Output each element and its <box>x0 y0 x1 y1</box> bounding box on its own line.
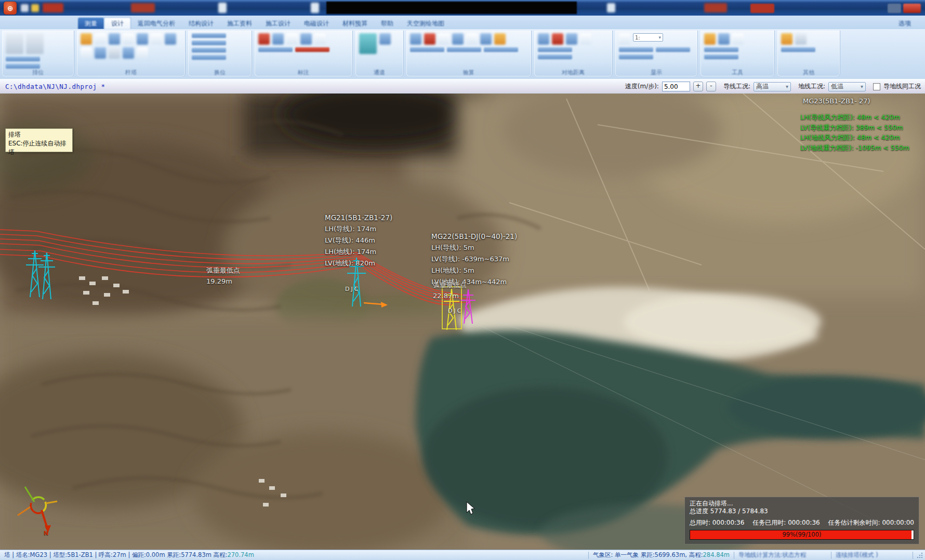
ribbon-tool-icon[interactable] <box>81 33 92 45</box>
ribbon-tool-icon[interactable] <box>566 33 577 45</box>
ribbon-group-label: 标注 <box>255 69 352 76</box>
conductor-condition-select[interactable]: 高温▾ <box>754 82 791 91</box>
title-decoration <box>311 3 319 13</box>
same-condition-checkbox[interactable] <box>873 83 880 90</box>
ribbon-tool-icon[interactable] <box>81 47 92 59</box>
tab-help[interactable]: 帮助 <box>374 18 400 29</box>
ribbon-group: 工具 <box>701 31 774 76</box>
ribbon-tool-icon[interactable] <box>137 47 148 59</box>
ribbon-tool-icon[interactable] <box>151 33 162 45</box>
ribbon-tool-icon[interactable] <box>410 47 444 52</box>
ribbon-tool-icon[interactable] <box>781 33 792 45</box>
ribbon-tool-icon[interactable] <box>6 33 23 54</box>
ribbon-tool-icon[interactable] <box>95 33 106 45</box>
speed-input[interactable] <box>662 82 690 91</box>
quick-access-icon[interactable] <box>31 4 39 12</box>
ribbon-tool-icon[interactable] <box>447 47 481 52</box>
ribbon-tool-icon[interactable] <box>732 33 744 45</box>
close-button[interactable] <box>903 4 921 13</box>
tab-sky-survey-map[interactable]: 天空测绘地图 <box>400 18 451 29</box>
ribbon-group: 标注 <box>255 31 352 76</box>
ribbon-tool-icon[interactable] <box>538 55 572 59</box>
ribbon-tool-icon[interactable] <box>272 33 284 45</box>
ribbon-group: 对地距离 <box>534 31 612 76</box>
ribbon-tool-icon[interactable] <box>580 33 591 45</box>
tab-measure[interactable]: 测量 <box>78 18 104 29</box>
chevron-down-icon: ▾ <box>861 84 863 89</box>
ribbon-tool-icon[interactable] <box>95 47 106 59</box>
sag-lowest-point-label-1: 弧垂最低点 19.29m <box>206 265 240 287</box>
ribbon: 排位 杆塔 换位 标注 通道 <box>0 29 925 79</box>
tab-material-budget[interactable]: 材料预算 <box>336 18 374 29</box>
ribbon-tool-icon[interactable] <box>410 33 421 45</box>
ribbon-tool-icon[interactable] <box>109 47 120 59</box>
ribbon-tool-icon[interactable] <box>781 47 815 52</box>
minimize-button[interactable] <box>888 4 901 13</box>
ribbon-tool-icon[interactable] <box>165 33 176 45</box>
tab-electrical-analysis[interactable]: 返回电气分析 <box>131 18 182 29</box>
ribbon-tool-icon[interactable] <box>718 33 730 45</box>
ribbon-tool-icon[interactable] <box>619 47 653 52</box>
ribbon-tool-icon[interactable] <box>192 55 226 60</box>
ribbon-tool-icon[interactable] <box>123 47 134 59</box>
status-calc-method: 导地线计算方法:状态方程 <box>734 551 831 559</box>
ribbon-tool-icon[interactable] <box>295 47 329 52</box>
ribbon-tool-icon[interactable] <box>538 33 549 45</box>
tab-construction-data[interactable]: 施工资料 <box>220 18 259 29</box>
tab-electromagnetic-design[interactable]: 电磁设计 <box>297 18 336 29</box>
ribbon-tool-icon[interactable] <box>6 57 40 61</box>
ribbon-tool-icon[interactable] <box>192 41 226 45</box>
speed-label: 速度(m/步): <box>625 82 659 91</box>
quick-access-icon[interactable] <box>21 4 29 12</box>
ribbon-tool-icon[interactable] <box>258 47 293 52</box>
ground-condition-select[interactable]: 低温▾ <box>828 82 866 91</box>
ribbon-tool-icon[interactable] <box>619 33 630 45</box>
ribbon-tool-icon[interactable] <box>494 33 506 45</box>
ribbon-tool-icon[interactable] <box>704 47 738 52</box>
app-logo-icon[interactable]: ⊕ <box>4 2 17 15</box>
ribbon-tool-icon[interactable] <box>480 33 492 45</box>
ribbon-combo-box[interactable]: 1:▾ <box>633 33 663 42</box>
ribbon-tool-icon[interactable] <box>704 55 738 59</box>
ribbon-tool-icon[interactable] <box>192 33 226 38</box>
ribbon-tool-icon[interactable] <box>6 64 40 69</box>
speed-increase-button[interactable]: + <box>693 82 703 91</box>
ribbon-tool-icon[interactable] <box>424 33 435 45</box>
resize-grip[interactable] <box>916 552 923 559</box>
map-viewport[interactable]: 排塔 ESC:停止连续自动排塔 MG23(5B1-ZB1- 27) LH(导线风… <box>0 94 925 550</box>
ribbon-tool-icon[interactable] <box>359 33 377 54</box>
tab-structure-design[interactable]: 结构设计 <box>182 18 220 29</box>
ribbon-tool-icon[interactable] <box>484 47 518 52</box>
ribbon-tool-icon[interactable] <box>109 33 120 45</box>
ribbon-tool-icon[interactable] <box>619 55 653 59</box>
ribbon-tool-icon[interactable] <box>314 33 326 45</box>
ribbon-tool-icon[interactable] <box>552 33 563 45</box>
ribbon-tool-icon[interactable] <box>300 33 312 45</box>
ribbon-group: 1:▾ 显示 <box>615 31 697 76</box>
ribbon-group-label: 显示 <box>615 69 697 76</box>
speed-decrease-button[interactable]: - <box>706 82 716 91</box>
ribbon-tool-icon[interactable] <box>26 33 44 54</box>
ribbon-tool-icon[interactable] <box>466 33 478 45</box>
tab-design[interactable]: 设计 <box>104 17 131 29</box>
ribbon-tool-icon[interactable] <box>379 33 391 45</box>
terrain-map[interactable] <box>0 94 925 550</box>
ribbon-group-label: 验算 <box>406 69 531 76</box>
ribbon-tool-icon[interactable] <box>538 47 572 52</box>
title-decoration <box>218 3 227 13</box>
ribbon-tool-icon[interactable] <box>192 48 226 52</box>
ribbon-group-label: 排位 <box>2 69 74 76</box>
ribbon-tool-icon[interactable] <box>123 33 134 45</box>
ribbon-tool-icon[interactable] <box>137 33 148 45</box>
tab-options[interactable]: 选项 <box>892 18 918 29</box>
tab-construction-design[interactable]: 施工设计 <box>259 18 297 29</box>
ribbon-tool-icon[interactable] <box>656 47 690 52</box>
ribbon-tool-icon[interactable] <box>286 33 298 45</box>
ribbon-tool-icon[interactable] <box>795 33 807 45</box>
ribbon-tool-icon[interactable] <box>704 33 716 45</box>
auto-placement-progress-dialog: 正在自动排塔... 总进度 5774.83 / 5784.83 总用时: 000… <box>685 497 919 544</box>
ribbon-tool-icon[interactable] <box>438 33 450 45</box>
ribbon-tool-icon[interactable] <box>452 33 464 45</box>
ribbon-tool-icon[interactable] <box>258 33 270 45</box>
tooltip-hint: ESC:停止连续自动排塔 <box>8 139 70 157</box>
